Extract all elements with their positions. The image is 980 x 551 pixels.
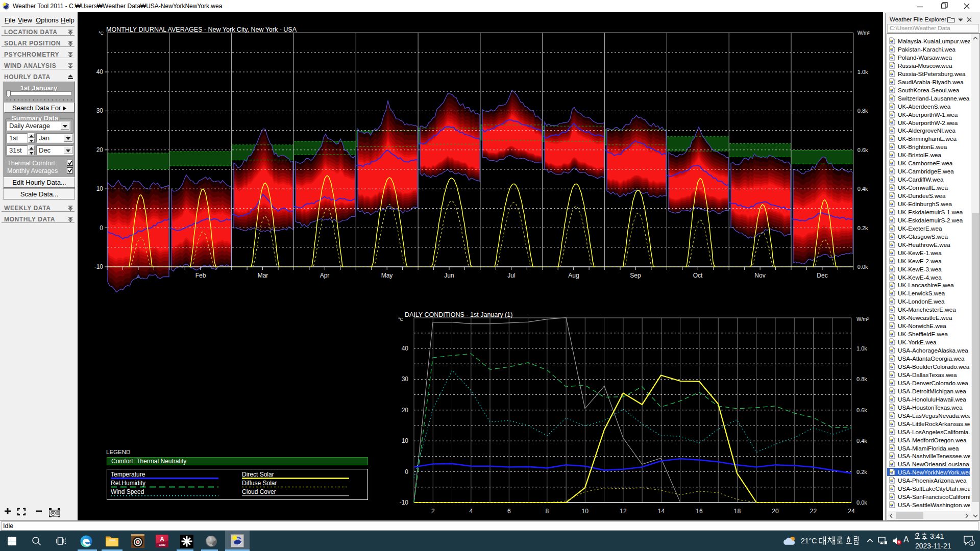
svg-text:Jun: Jun	[444, 272, 454, 279]
svg-text:4: 4	[469, 508, 473, 515]
svg-text:10: 10	[582, 508, 589, 515]
svg-text:Temperature: Temperature	[111, 471, 145, 478]
svg-text:0: 0	[100, 224, 103, 232]
svg-text:Rel.Humidity: Rel.Humidity	[111, 480, 145, 487]
svg-text:8: 8	[545, 508, 549, 515]
svg-text:Apr: Apr	[320, 272, 330, 279]
svg-text:Feb: Feb	[195, 272, 206, 279]
svg-text:0.4k: 0.4k	[857, 186, 868, 192]
svg-text:40: 40	[402, 345, 409, 352]
svg-text:0.6k: 0.6k	[857, 147, 868, 153]
svg-text:May: May	[381, 272, 393, 279]
svg-text:Direct Solar: Direct Solar	[242, 471, 274, 478]
svg-text:°C: °C	[398, 317, 404, 322]
svg-text:Oct: Oct	[693, 272, 703, 279]
svg-text:24: 24	[848, 508, 855, 515]
svg-text:W/m²: W/m²	[857, 30, 870, 36]
svg-text:1.0k: 1.0k	[856, 345, 867, 352]
svg-text:20: 20	[772, 508, 779, 515]
svg-text:0.4k: 0.4k	[856, 438, 867, 444]
svg-text:Nov: Nov	[754, 272, 765, 279]
svg-text:LEGEND: LEGEND	[106, 449, 130, 455]
svg-text:0: 0	[405, 468, 408, 475]
svg-text:0.2k: 0.2k	[857, 225, 868, 231]
svg-text:4: 4	[970, 541, 973, 546]
svg-text:Dec: Dec	[817, 272, 827, 279]
svg-text:-10: -10	[94, 263, 104, 270]
svg-text:MONTHLY DIURNAL AVERAGES - New: MONTHLY DIURNAL AVERAGES - New York City…	[106, 26, 297, 33]
svg-text:°C: °C	[99, 31, 104, 36]
svg-text:18: 18	[734, 508, 741, 515]
svg-text:W/m²: W/m²	[856, 316, 869, 322]
svg-text:16: 16	[696, 508, 703, 515]
svg-text:CAD: CAD	[159, 543, 166, 546]
svg-text:A: A	[160, 536, 164, 543]
svg-text:20: 20	[402, 407, 409, 414]
svg-text:Mar: Mar	[258, 272, 268, 279]
svg-text:Cloud Cover: Cloud Cover	[242, 488, 276, 495]
svg-text:0.6k: 0.6k	[856, 407, 867, 413]
svg-text:10: 10	[402, 437, 409, 444]
svg-text:30: 30	[96, 107, 104, 114]
svg-text:0.0k: 0.0k	[856, 499, 867, 506]
svg-text:Sep: Sep	[630, 272, 641, 279]
svg-text:0.0k: 0.0k	[857, 264, 868, 270]
svg-text:-10: -10	[400, 499, 409, 506]
svg-text:DAILY CONDITIONS - 1st January: DAILY CONDITIONS - 1st January (1)	[405, 311, 512, 318]
svg-text:2: 2	[431, 508, 435, 515]
svg-text:Comfort: Thermal Neutrality: Comfort: Thermal Neutrality	[111, 458, 186, 465]
svg-text:20: 20	[96, 146, 104, 154]
svg-text:0.2k: 0.2k	[856, 469, 867, 475]
svg-text:Aug: Aug	[568, 272, 579, 279]
svg-text:12: 12	[620, 508, 627, 515]
svg-text:1.0k: 1.0k	[857, 69, 868, 75]
svg-text:30: 30	[402, 375, 409, 383]
svg-text:40: 40	[96, 68, 104, 76]
svg-text:22: 22	[810, 508, 817, 515]
svg-text:0.8k: 0.8k	[856, 376, 867, 382]
svg-text:Jul: Jul	[507, 272, 515, 279]
svg-text:14: 14	[658, 508, 665, 515]
svg-text:Diffuse Solar: Diffuse Solar	[242, 480, 277, 487]
svg-text:Wind Speed: Wind Speed	[111, 488, 144, 495]
svg-text:0.8k: 0.8k	[857, 108, 868, 114]
svg-text:6: 6	[507, 508, 511, 515]
svg-text:10: 10	[96, 185, 104, 192]
